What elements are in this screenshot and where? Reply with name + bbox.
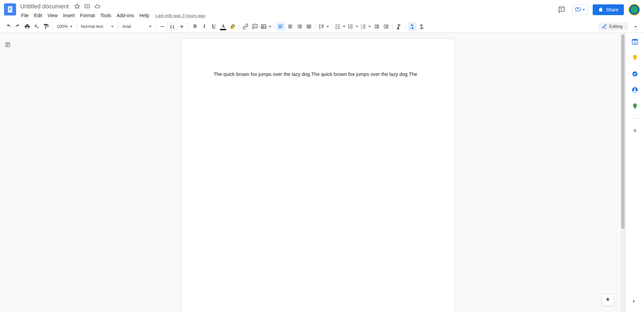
clear-formatting-button[interactable] xyxy=(395,22,404,31)
menu-edit[interactable]: Edit xyxy=(32,11,45,19)
star-icon[interactable] xyxy=(74,3,80,9)
menu-addons[interactable]: Add-ons xyxy=(114,11,137,19)
svg-rect-2 xyxy=(9,8,11,9)
maps-icon[interactable] xyxy=(631,102,639,110)
cloud-status-icon[interactable] xyxy=(94,3,100,9)
align-left-button[interactable] xyxy=(276,22,285,31)
menu-row: File Edit View Insert Format Tools Add-o… xyxy=(19,11,556,20)
undo-button[interactable] xyxy=(4,22,13,31)
menubar: Untitled document File Edit View Insert … xyxy=(0,0,644,20)
outline-gutter xyxy=(0,33,15,312)
comment-history-icon[interactable] xyxy=(556,4,567,15)
docs-home-icon[interactable] xyxy=(4,3,16,15)
zoom-select[interactable]: 100% xyxy=(55,22,74,31)
svg-point-20 xyxy=(634,88,636,90)
svg-point-7 xyxy=(263,26,263,26)
menu-format[interactable]: Format xyxy=(78,11,97,19)
scrollbar-thumb[interactable] xyxy=(621,34,625,229)
ltr-button[interactable] xyxy=(408,22,417,31)
svg-rect-3 xyxy=(9,9,11,10)
underline-button[interactable]: U xyxy=(209,22,218,31)
svg-point-10 xyxy=(348,28,350,29)
paragraph-style-value: Normal text xyxy=(81,24,103,29)
svg-rect-1 xyxy=(9,8,11,8)
hide-sidepanel-icon[interactable] xyxy=(630,297,638,305)
svg-point-9 xyxy=(348,26,350,27)
toolbar: 100% Normal text Arial 11 B I U A xyxy=(0,20,644,33)
fontsize-increment[interactable] xyxy=(177,22,186,31)
fontsize-decrement[interactable] xyxy=(158,22,167,31)
indent-increase-button[interactable] xyxy=(382,22,390,31)
svg-point-21 xyxy=(634,104,635,106)
align-justify-button[interactable] xyxy=(305,22,313,31)
document-area[interactable]: The quick brown fox jumps over the lazy … xyxy=(15,33,621,312)
italic-button[interactable]: I xyxy=(200,22,209,31)
text-color-button[interactable]: A xyxy=(219,22,227,31)
rtl-button[interactable] xyxy=(417,22,426,31)
font-family-select[interactable]: Arial xyxy=(120,22,154,31)
menu-help[interactable]: Help xyxy=(137,11,152,19)
present-button[interactable] xyxy=(572,4,588,15)
checklist-button[interactable] xyxy=(334,22,346,31)
fontsize-input[interactable]: 11 xyxy=(167,23,177,30)
font-family-value: Arial xyxy=(122,24,131,29)
share-button-label: Share xyxy=(606,7,619,12)
explore-button[interactable] xyxy=(602,294,614,306)
menu-insert[interactable]: Insert xyxy=(61,11,77,19)
page-1[interactable]: The quick brown fox jumps over the lazy … xyxy=(181,38,455,312)
document-title[interactable]: Untitled document xyxy=(19,2,70,11)
insert-comment-button[interactable] xyxy=(251,22,259,31)
editing-mode-label: Editing xyxy=(609,24,623,29)
menu-tools[interactable]: Tools xyxy=(98,11,114,19)
account-avatar[interactable] xyxy=(629,4,640,15)
svg-point-8 xyxy=(348,25,350,26)
bold-button[interactable]: B xyxy=(191,22,199,31)
tasks-icon[interactable] xyxy=(631,70,639,78)
get-addons-icon[interactable] xyxy=(631,127,639,135)
paint-format-button[interactable] xyxy=(42,22,50,31)
contacts-icon[interactable] xyxy=(631,86,639,94)
insert-link-button[interactable] xyxy=(241,22,250,31)
hide-menus-button[interactable] xyxy=(631,22,640,31)
bulleted-list-button[interactable] xyxy=(347,22,359,31)
numbered-list-button[interactable]: 123 xyxy=(360,22,372,31)
menu-view[interactable]: View xyxy=(45,11,60,19)
last-edit-link[interactable]: Last edit was 3 hours ago xyxy=(156,13,205,18)
print-button[interactable] xyxy=(23,22,32,31)
align-center-button[interactable] xyxy=(286,22,294,31)
share-button[interactable]: Share xyxy=(593,4,624,15)
svg-rect-4 xyxy=(9,10,10,11)
indent-decrease-button[interactable] xyxy=(372,22,381,31)
editing-mode-select[interactable]: Editing xyxy=(598,23,628,31)
side-panel: 31 xyxy=(625,33,644,312)
zoom-value: 100% xyxy=(57,24,68,29)
keep-icon[interactable] xyxy=(631,54,639,62)
move-icon[interactable] xyxy=(84,3,90,9)
document-body-text[interactable]: The quick brown fox jumps over the lazy … xyxy=(214,72,417,77)
line-spacing-button[interactable] xyxy=(318,22,330,31)
calendar-icon[interactable]: 31 xyxy=(631,38,639,46)
svg-text:31: 31 xyxy=(633,41,637,44)
redo-button[interactable] xyxy=(13,22,22,31)
svg-rect-16 xyxy=(632,39,638,41)
vertical-scrollbar[interactable] xyxy=(621,33,625,312)
align-right-button[interactable] xyxy=(295,22,304,31)
spellcheck-button[interactable] xyxy=(32,22,41,31)
svg-text:3: 3 xyxy=(361,27,362,29)
paragraph-style-select[interactable]: Normal text xyxy=(79,22,116,31)
insert-image-button[interactable] xyxy=(260,22,272,31)
highlight-color-button[interactable] xyxy=(228,22,237,31)
menu-file[interactable]: File xyxy=(19,11,31,19)
show-outline-button[interactable] xyxy=(3,40,12,49)
